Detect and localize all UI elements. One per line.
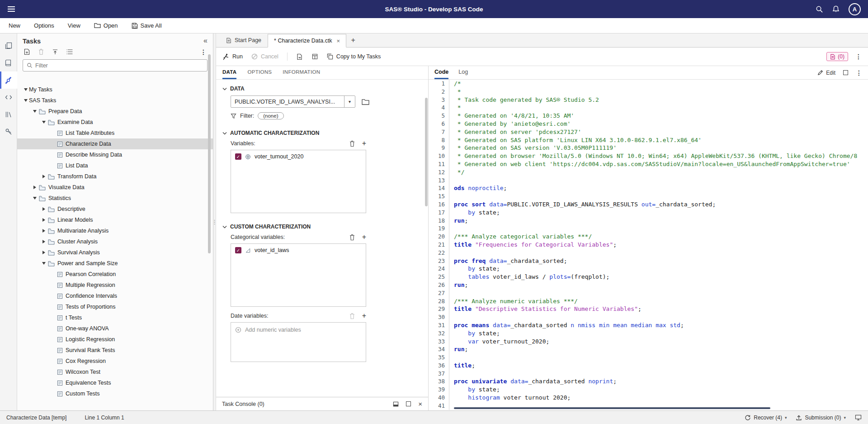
code-line[interactable]: 27 bbox=[429, 289, 868, 297]
custom-section-header[interactable]: CUSTOM CHARACTERIZATION bbox=[216, 219, 428, 233]
snippets-icon[interactable] bbox=[0, 89, 17, 106]
tree-item[interactable]: SAS Tasks bbox=[17, 95, 213, 106]
tree-item[interactable]: List Data bbox=[17, 160, 213, 171]
tree-item[interactable]: Tests of Proportions bbox=[17, 301, 213, 312]
data-section-header[interactable]: DATA bbox=[216, 81, 428, 95]
export-code-icon[interactable] bbox=[296, 53, 303, 60]
tree-item[interactable]: Survival Analysis bbox=[17, 247, 213, 258]
automatic-section-header[interactable]: AUTOMATIC CHARACTERIZATION bbox=[216, 126, 428, 139]
tree-item[interactable]: Linear Models bbox=[17, 214, 213, 225]
variable-checkbox[interactable]: ✓ bbox=[235, 153, 241, 160]
code-kebab-icon[interactable]: ⋮ bbox=[856, 70, 862, 76]
tree-item[interactable]: Custom Tests bbox=[17, 388, 213, 399]
add-variable-icon[interactable]: + bbox=[362, 140, 366, 147]
code-line[interactable]: 13 bbox=[429, 176, 868, 185]
expand-caret-icon[interactable] bbox=[41, 260, 47, 267]
code-line[interactable]: 4 * bbox=[429, 104, 868, 112]
code-line[interactable]: 9 * Generated on SAS version 'V.03.05M0P… bbox=[429, 144, 868, 152]
tree-item[interactable]: Multiple Regression bbox=[17, 280, 213, 291]
collapse-all-icon[interactable] bbox=[52, 49, 58, 55]
code-line[interactable]: 1/* bbox=[429, 80, 868, 88]
filter-value-pill[interactable]: (none) bbox=[258, 112, 283, 119]
code-line[interactable]: 5 * Generated on '4/8/21, 10:35 AM' bbox=[429, 112, 868, 120]
avatar[interactable]: A bbox=[849, 3, 861, 15]
expand-caret-icon[interactable] bbox=[41, 173, 47, 180]
code-line[interactable]: 25 tables voter_id_laws / plots=(freqplo… bbox=[429, 273, 868, 281]
tab-characterize-data[interactable]: * Characterize Data.ctk × bbox=[268, 34, 346, 48]
code-line[interactable]: 35 bbox=[429, 353, 868, 362]
new-task-icon[interactable] bbox=[24, 48, 30, 55]
code-line[interactable]: 20/*** Analyze categorical variables ***… bbox=[429, 233, 868, 241]
code-editor[interactable]: 1/*2 *3 * Task code generated by SAS® St… bbox=[429, 80, 868, 410]
tasks-icon[interactable] bbox=[0, 71, 17, 89]
tree-item[interactable]: List Table Attributes bbox=[17, 128, 213, 138]
expand-caret-icon[interactable] bbox=[41, 228, 47, 234]
programs-icon[interactable] bbox=[0, 54, 17, 71]
tab-log[interactable]: Log bbox=[458, 66, 468, 79]
date-variables-box[interactable]: Add numeric variables bbox=[231, 322, 366, 362]
menu-view[interactable]: View bbox=[68, 22, 80, 29]
tree-item[interactable]: Multivariate Analysis bbox=[17, 225, 213, 236]
collapse-panel-icon[interactable]: « bbox=[203, 38, 208, 44]
maximize-pane-icon[interactable] bbox=[843, 70, 848, 75]
variable-item[interactable]: ✓voter_id_laws bbox=[235, 247, 362, 253]
cancel-button[interactable]: Cancel bbox=[251, 53, 278, 60]
code-line[interactable]: 28/*** Analyze numeric variables ***/ bbox=[429, 297, 868, 305]
code-line[interactable]: 12 */ bbox=[429, 168, 868, 176]
messages-badge[interactable]: (0) bbox=[826, 52, 848, 61]
tree-item[interactable]: Cluster Analysis bbox=[17, 236, 213, 247]
code-line[interactable]: 23proc freq data=_chardata_sorted; bbox=[429, 257, 868, 265]
menu-options[interactable]: Options bbox=[34, 22, 54, 29]
delete-categorical-icon[interactable] bbox=[349, 234, 355, 241]
tree-item[interactable]: Logistic Regression bbox=[17, 334, 213, 345]
copy-to-my-tasks-button[interactable]: Copy to My Tasks bbox=[327, 53, 381, 60]
tree-item[interactable]: Wilcoxon Test bbox=[17, 367, 213, 377]
code-line[interactable]: 39 by state; bbox=[429, 386, 868, 394]
horizontal-scrollbar[interactable] bbox=[454, 407, 770, 409]
add-categorical-icon[interactable]: + bbox=[362, 233, 366, 241]
expand-caret-icon[interactable] bbox=[41, 249, 47, 256]
code-line[interactable]: 40 histogram voter turnout 2020; bbox=[429, 394, 868, 402]
tree-item[interactable]: Power and Sample Size bbox=[17, 258, 213, 269]
code-line[interactable]: 19 bbox=[429, 224, 868, 233]
menu-open[interactable]: Open bbox=[94, 22, 118, 29]
tab-information[interactable]: INFORMATION bbox=[283, 66, 320, 79]
code-line[interactable]: 36title; bbox=[429, 362, 868, 370]
code-line[interactable]: 26run; bbox=[429, 281, 868, 289]
libraries-icon[interactable] bbox=[0, 106, 17, 123]
tree-item[interactable]: My Tasks bbox=[17, 84, 213, 95]
task-pane-scrollbar[interactable] bbox=[425, 98, 428, 206]
file-shortcuts-icon[interactable] bbox=[0, 123, 17, 140]
code-line[interactable]: 15 bbox=[429, 192, 868, 200]
expand-caret-icon[interactable] bbox=[32, 195, 38, 201]
tree-item[interactable]: Confidence Intervals bbox=[17, 291, 213, 301]
tree-item[interactable]: One-way ANOVA bbox=[17, 323, 213, 334]
expand-caret-icon[interactable] bbox=[32, 108, 38, 114]
code-line[interactable]: 30 bbox=[429, 313, 868, 321]
delete-variable-icon[interactable] bbox=[349, 140, 355, 147]
tree-item[interactable]: Characterize Data bbox=[17, 138, 213, 149]
code-line[interactable]: 6 * Generated by 'anieto@esri.com' bbox=[429, 120, 868, 128]
expand-caret-icon[interactable] bbox=[41, 206, 47, 212]
choose-table-folder-icon[interactable] bbox=[362, 99, 369, 105]
variable-item[interactable]: ✓voter_turnout_2020 bbox=[235, 153, 362, 160]
submission-button[interactable]: Submission (0) ▾ bbox=[796, 414, 846, 421]
view-list-icon[interactable] bbox=[66, 49, 73, 55]
tree-item[interactable]: t Tests bbox=[17, 312, 213, 323]
dock-bottom-icon[interactable] bbox=[393, 401, 399, 407]
expand-caret-icon[interactable] bbox=[41, 119, 47, 125]
open-files-icon[interactable] bbox=[0, 37, 17, 54]
code-line[interactable]: 7 * Generated on server 'pdcesx27127' bbox=[429, 128, 868, 136]
expand-caret-icon[interactable] bbox=[32, 184, 38, 191]
tree-item[interactable]: Prepare Data bbox=[17, 106, 213, 117]
app-menu-icon[interactable] bbox=[0, 0, 23, 18]
code-line[interactable]: 18run; bbox=[429, 217, 868, 225]
expand-caret-icon[interactable] bbox=[23, 97, 29, 104]
tree-item[interactable]: Transform Data bbox=[17, 171, 213, 182]
trash-icon[interactable] bbox=[38, 48, 44, 55]
menu-new[interactable]: New bbox=[9, 22, 20, 29]
edit-button[interactable]: Edit bbox=[817, 70, 835, 76]
panel-kebab-icon[interactable]: ⋮ bbox=[200, 49, 207, 55]
code-line[interactable]: 14ods noproctile; bbox=[429, 184, 868, 192]
tree-item[interactable]: Cox Regression bbox=[17, 356, 213, 367]
